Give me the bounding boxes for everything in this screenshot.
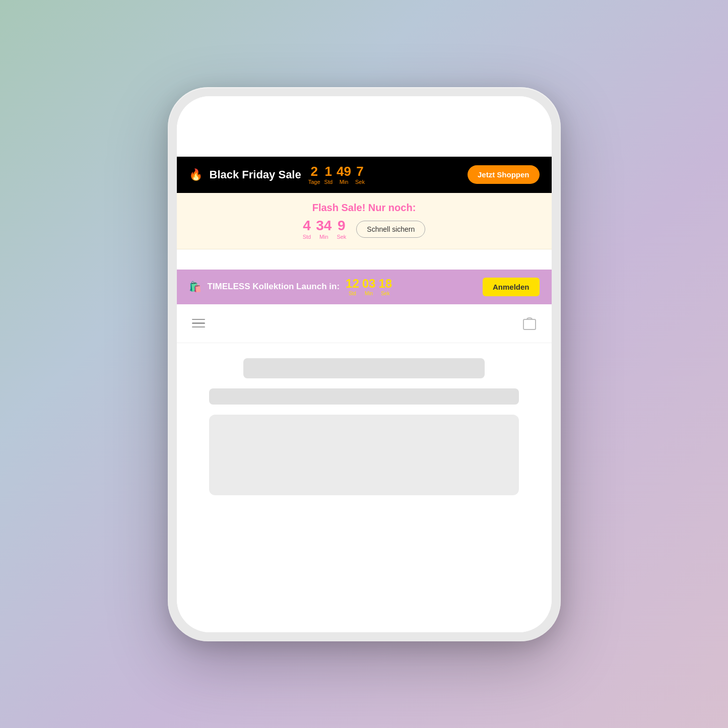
timeless-minutes-label: Min	[365, 291, 373, 296]
countdown-hours: 1 Std	[324, 165, 333, 185]
minutes-label: Min	[340, 179, 349, 185]
seconds-label: Sek	[355, 179, 365, 185]
bag-emoji-icon: 🛍️	[189, 281, 202, 293]
timeless-minutes-value: 03	[362, 278, 376, 290]
timeless-countdown: 12 Std 03 Min 18 Sek	[346, 278, 477, 296]
days-value: 2	[310, 165, 317, 178]
nav-bar	[177, 304, 552, 343]
timeless-seconds-label: Sek	[381, 291, 389, 296]
flash-minutes-label: Min	[319, 234, 328, 240]
flash-seconds-value: 9	[338, 219, 346, 233]
timeless-minutes: 03 Min	[362, 278, 376, 296]
hours-value: 1	[325, 165, 332, 178]
flash-sale-title: Flash Sale! Nur noch:	[312, 202, 416, 214]
minutes-value: 49	[337, 165, 351, 178]
flash-seconds-label: Sek	[337, 234, 346, 240]
phone-inner: 🔥 Black Friday Sale 2 Tage 1 Std 49 Min …	[177, 96, 552, 632]
placeholder-bar-2	[209, 388, 519, 405]
timeless-seconds-value: 18	[378, 278, 392, 290]
timeless-title: TIMELESS Kollektion Launch in:	[208, 282, 340, 292]
black-friday-title: Black Friday Sale	[210, 168, 301, 181]
shop-now-button[interactable]: Jetzt Shoppen	[468, 165, 540, 184]
phone-outer: 🔥 Black Friday Sale 2 Tage 1 Std 49 Min …	[168, 87, 561, 641]
flash-hours-value: 4	[303, 219, 311, 233]
flash-hours-label: Std	[303, 234, 311, 240]
svg-rect-0	[523, 319, 536, 329]
flash-seconds: 9 Sek	[337, 219, 346, 240]
flash-sale-row: 4 Std 34 Min 9 Sek Schnell sichern	[303, 219, 426, 240]
timeless-banner: 🛍️ TIMELESS Kollektion Launch in: 12 Std…	[177, 270, 552, 304]
countdown-seconds: 7 Sek	[355, 165, 365, 185]
flash-countdown: 4 Std 34 Min 9 Sek	[303, 219, 347, 240]
flame-icon: 🔥	[189, 168, 203, 181]
timeless-hours: 12 Std	[346, 278, 359, 296]
timeless-hours-value: 12	[346, 278, 359, 290]
flash-sale-banner: Flash Sale! Nur noch: 4 Std 34 Min 9 Sek	[177, 193, 552, 249]
anmelden-button[interactable]: Anmelden	[483, 278, 540, 296]
white-spacer	[177, 249, 552, 270]
shopping-bag-icon[interactable]	[522, 314, 537, 333]
black-friday-countdown: 2 Tage 1 Std 49 Min 7 Sek	[308, 165, 460, 185]
flash-minutes: 34 Min	[316, 219, 332, 240]
timeless-hours-label: Std	[349, 291, 356, 296]
hours-label: Std	[324, 179, 333, 185]
seconds-value: 7	[356, 165, 363, 178]
countdown-days: 2 Tage	[308, 165, 320, 185]
content-area	[177, 343, 552, 632]
status-bar	[177, 96, 552, 126]
schnell-sichern-button[interactable]: Schnell sichern	[356, 221, 425, 238]
hamburger-menu-icon[interactable]	[192, 319, 205, 328]
placeholder-block-1	[209, 415, 519, 495]
timeless-seconds: 18 Sek	[378, 278, 392, 296]
countdown-minutes: 49 Min	[337, 165, 351, 185]
black-friday-banner: 🔥 Black Friday Sale 2 Tage 1 Std 49 Min …	[177, 157, 552, 193]
flash-minutes-value: 34	[316, 219, 332, 233]
days-label: Tage	[308, 179, 320, 185]
flash-hours: 4 Std	[303, 219, 311, 240]
placeholder-bar-1	[243, 358, 485, 378]
